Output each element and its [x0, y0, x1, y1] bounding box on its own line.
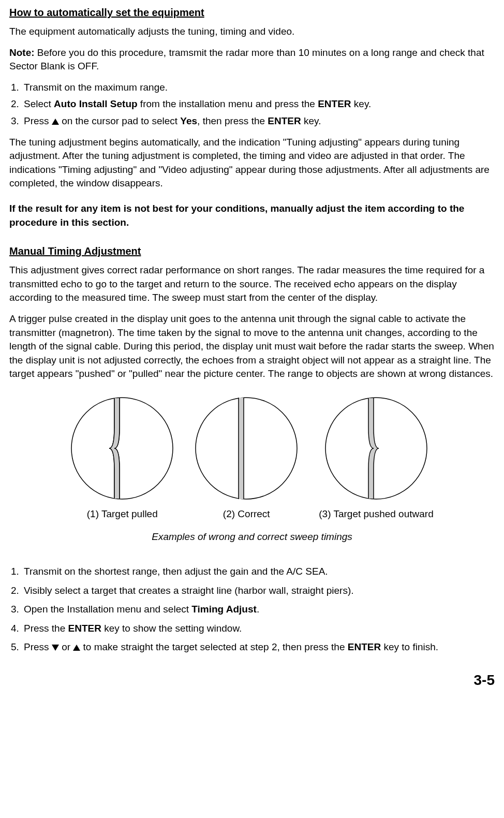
heading-auto-setup: How to automatically set the equipment [9, 5, 495, 20]
step-text: key. [301, 115, 321, 126]
circle-pulled-icon [70, 397, 174, 500]
list-item: Press or to make straight the target sel… [22, 640, 495, 654]
figure-target-pulled: (1) Target pulled [70, 397, 174, 521]
step-text: Select [24, 98, 54, 109]
step-text: Press the [24, 623, 68, 634]
figure-sweep-timings: (1) Target pulled (2) Correct (3) Target… [9, 397, 495, 521]
circle-correct-icon [195, 397, 298, 500]
svg-rect-2 [239, 398, 244, 499]
step-text: from the installation menu and press the [138, 98, 318, 109]
note-label: Note: [9, 47, 35, 58]
step-bold: Timing Adjust [191, 604, 257, 615]
up-arrow-icon [73, 645, 80, 651]
step-text: on the cursor pad to select [59, 115, 180, 126]
para-tuning-process: The tuning adjustment begins automatical… [9, 136, 495, 191]
step-text: . [257, 604, 259, 615]
note-text: Before you do this procedure, tramsmit t… [9, 47, 484, 72]
figure-target-pushed: (3) Target pushed outward [319, 397, 433, 521]
heading-manual-timing: Manual Timing Adjustment [9, 244, 495, 258]
step-text: to make straight the target selected at … [80, 641, 347, 652]
step-text: key to show the setting window. [101, 623, 242, 634]
figure-label: (3) Target pushed outward [319, 507, 433, 521]
page-number: 3-5 [9, 670, 495, 690]
para-note: Note: Before you do this procedure, tram… [9, 46, 495, 74]
circle-pushed-icon [324, 397, 428, 500]
para-manual-intro: This adjustment gives correct radar perf… [9, 264, 495, 305]
step-bold: ENTER [268, 115, 301, 126]
list-item: Visibly select a target that creates a s… [22, 584, 495, 598]
figure-label: (1) Target pulled [87, 507, 158, 521]
para-trigger-pulse: A trigger pulse created in the display u… [9, 312, 495, 381]
list-item: Transmit on the shortest range, then adj… [22, 565, 495, 579]
step-bold: ENTER [318, 98, 351, 109]
figure-caption: Examples of wrong and correct sweep timi… [9, 530, 495, 544]
step-text: Open the Installation menu and select [24, 604, 191, 615]
step-text: key. [351, 98, 372, 109]
list-item: Select Auto Install Setup from the insta… [22, 97, 495, 111]
svg-point-0 [71, 398, 173, 499]
up-arrow-icon [52, 119, 59, 125]
step-text: Press [24, 115, 52, 126]
down-arrow-icon [52, 645, 59, 651]
step-text: , then press the [197, 115, 268, 126]
manual-timing-steps: Transmit on the shortest range, then adj… [9, 565, 495, 654]
list-item: Press the ENTER key to show the setting … [22, 622, 495, 636]
figure-correct: (2) Correct [195, 397, 298, 521]
step-bold: Auto Install Setup [54, 98, 138, 109]
para-manual-note: If the result for any item is not best f… [9, 202, 495, 229]
auto-setup-steps: Transmit on the maximum range. Select Au… [9, 81, 495, 128]
svg-point-1 [196, 398, 297, 499]
list-item: Press on the cursor pad to select Yes, t… [22, 114, 495, 128]
step-text: Press [24, 641, 52, 652]
step-text: or [59, 641, 73, 652]
list-item: Open the Installation menu and select Ti… [22, 603, 495, 617]
list-item: Transmit on the maximum range. [22, 81, 495, 95]
step-bold: ENTER [68, 623, 101, 634]
step-text: key to finish. [381, 641, 438, 652]
step-bold: ENTER [348, 641, 381, 652]
para-auto-intro: The equipment automatically adjusts the … [9, 25, 495, 39]
figure-label: (2) Correct [223, 507, 270, 521]
step-bold: Yes [180, 115, 197, 126]
